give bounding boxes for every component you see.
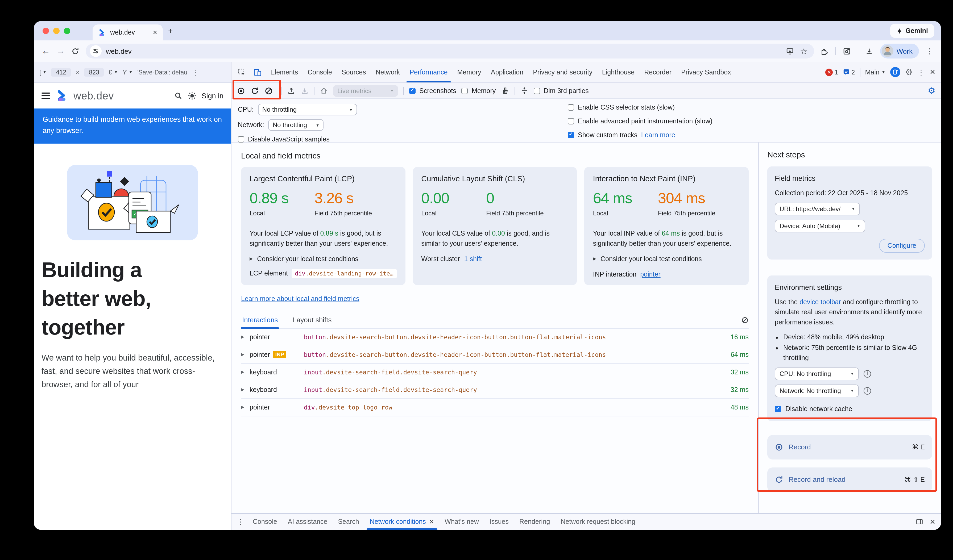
new-tab-button[interactable]: +: [168, 26, 173, 35]
tab-elements[interactable]: Elements: [265, 62, 303, 82]
interaction-row[interactable]: ▶ pointerINP button.devsite-search-butto…: [241, 346, 749, 364]
drawer-tab-whats-new[interactable]: What's new: [439, 514, 484, 530]
learn-more-metrics-link[interactable]: Learn more about local and field metrics: [241, 295, 359, 302]
tab-privacy-sandbox[interactable]: Privacy Sandbox: [676, 62, 736, 82]
interaction-row[interactable]: ▶ pointer button.devsite-search-button.d…: [241, 328, 749, 346]
css-selector-stats-checkbox[interactable]: Enable CSS selector stats (slow): [568, 104, 934, 111]
tab-memory[interactable]: Memory: [453, 62, 486, 82]
drawer-tab-issues[interactable]: Issues: [484, 514, 514, 530]
hamburger-menu-icon[interactable]: [42, 93, 50, 99]
env-network-select[interactable]: Network: No throttling▼: [775, 385, 859, 397]
row-expander-icon[interactable]: ▶: [241, 352, 250, 357]
row-expander-icon[interactable]: ▶: [241, 334, 250, 339]
tab-close-icon[interactable]: ✕: [153, 29, 157, 36]
record-and-reload-button[interactable]: Record and reload ⌘ ⇧ E: [767, 467, 932, 492]
site-search-icon[interactable]: [174, 91, 182, 100]
drawer-menu-icon[interactable]: ⋮: [237, 517, 244, 526]
tab-recorder[interactable]: Recorder: [639, 62, 676, 82]
configure-button[interactable]: Configure: [879, 239, 925, 253]
worst-cluster-link[interactable]: 1 shift: [464, 255, 482, 263]
live-metrics-dropdown[interactable]: Live metrics▼: [333, 85, 398, 96]
row-expander-icon[interactable]: ▶: [241, 405, 250, 410]
minimize-window-button[interactable]: [53, 28, 60, 34]
record-button[interactable]: Record ⌘ E: [767, 435, 932, 459]
row-expander-icon[interactable]: ▶: [241, 370, 250, 374]
site-brand[interactable]: web.dev: [73, 90, 114, 102]
device-preset-dropdown[interactable]: [▼: [39, 68, 47, 76]
devtools-settings-icon[interactable]: ⚙: [905, 68, 913, 76]
device-toolbar-link[interactable]: device toolbar: [799, 299, 841, 306]
ai-device-icon[interactable]: [890, 67, 900, 77]
tab-application[interactable]: Application: [486, 62, 528, 82]
forward-button[interactable]: →: [56, 47, 65, 55]
inspect-element-icon[interactable]: [234, 62, 250, 82]
memory-checkbox[interactable]: Memory: [462, 87, 496, 94]
gemini-button[interactable]: ✦ Gemini: [890, 24, 934, 38]
browser-menu-icon[interactable]: ⋮: [926, 47, 933, 55]
field-url-select[interactable]: URL: https://web.dev/▼: [775, 203, 860, 215]
device-toolbar-menu-icon[interactable]: ⋮: [192, 68, 200, 76]
cpu-throttling-select[interactable]: No throttling▼: [258, 104, 357, 115]
tab-console[interactable]: Console: [303, 62, 337, 82]
reload-button[interactable]: [71, 47, 79, 55]
drawer-tab-network-request-blocking[interactable]: Network request blocking: [555, 514, 641, 530]
site-settings-icon[interactable]: [90, 45, 102, 57]
drawer-tab-console[interactable]: Console: [247, 514, 282, 530]
lcp-element-chip[interactable]: div.devsite-landing-row-ite…: [292, 269, 397, 278]
url-text[interactable]: web.dev: [106, 47, 781, 55]
search-tabs-icon[interactable]: [843, 47, 851, 55]
interaction-row[interactable]: ▶ keyboard input.devsite-search-field.de…: [241, 381, 749, 399]
install-app-icon[interactable]: [785, 47, 794, 55]
devtools-close-icon[interactable]: ✕: [930, 68, 936, 76]
screenshots-checkbox[interactable]: Screenshots: [409, 87, 456, 94]
drawer-tab-search[interactable]: Search: [332, 514, 364, 530]
device-toolbar-toggle-icon[interactable]: [250, 62, 265, 82]
viewport-width-field[interactable]: 412: [51, 68, 71, 76]
dock-side-icon[interactable]: [916, 518, 923, 526]
interaction-row[interactable]: ▶ pointer div.devsite-top-logo-row 48 ms: [241, 399, 749, 416]
advanced-paint-checkbox[interactable]: Enable advanced paint instrumentation (s…: [568, 118, 934, 125]
drawer-close-icon[interactable]: ✕: [930, 518, 936, 526]
record-and-reload-icon[interactable]: [251, 87, 259, 95]
load-profile-icon[interactable]: [287, 87, 295, 95]
tab-lighthouse[interactable]: Lighthouse: [597, 62, 639, 82]
browser-tab[interactable]: web.dev ✕: [93, 25, 163, 40]
tab-performance[interactable]: Performance: [405, 62, 452, 82]
panel-settings-icon[interactable]: ⚙: [928, 87, 936, 95]
bookmark-star-icon[interactable]: ☆: [800, 46, 808, 56]
extensions-icon[interactable]: [821, 47, 829, 55]
garbage-collect-icon[interactable]: [501, 87, 509, 95]
drawer-tab-close-icon[interactable]: ✕: [429, 518, 434, 525]
disable-network-cache-checkbox[interactable]: Disable network cache: [775, 404, 925, 414]
devtools-menu-icon[interactable]: ⋮: [917, 68, 925, 76]
error-badge[interactable]: ✕ 1: [826, 68, 838, 76]
tab-layout-shifts[interactable]: Layout shifts: [292, 312, 332, 328]
learn-more-link[interactable]: Learn more: [641, 131, 675, 139]
throttle-dropdown[interactable]: ϒ▼: [123, 69, 133, 75]
drawer-tab-ai-assistance[interactable]: AI assistance: [282, 514, 333, 530]
context-selector[interactable]: Main▼: [865, 68, 885, 76]
clear-icon[interactable]: [264, 87, 273, 95]
record-icon[interactable]: [237, 87, 245, 95]
info-icon[interactable]: i: [864, 370, 871, 377]
tab-sources[interactable]: Sources: [337, 62, 371, 82]
info-icon[interactable]: i: [864, 387, 871, 394]
disable-js-samples-checkbox[interactable]: Disable JavaScript samples: [238, 136, 568, 143]
theme-toggle-icon[interactable]: [188, 91, 196, 100]
env-cpu-select[interactable]: CPU: No throttling▼: [775, 368, 859, 380]
clear-log-icon[interactable]: [741, 316, 749, 324]
interaction-row[interactable]: ▶ keyboard input.devsite-search-field.de…: [241, 364, 749, 381]
collapse-sections-icon[interactable]: [520, 87, 528, 95]
maximize-window-button[interactable]: [64, 28, 70, 34]
address-bar[interactable]: web.dev ☆: [86, 43, 814, 59]
dim-third-parties-checkbox[interactable]: Dim 3rd parties: [534, 87, 589, 94]
downloads-icon[interactable]: [865, 47, 873, 55]
home-icon[interactable]: [320, 87, 328, 95]
inp-expander[interactable]: ▶ Consider your local test conditions: [593, 255, 740, 263]
drawer-tab-network-conditions[interactable]: Network conditions ✕: [365, 514, 439, 530]
row-expander-icon[interactable]: ▶: [241, 387, 250, 392]
field-device-select[interactable]: Device: Auto (Mobile)▼: [775, 220, 865, 232]
tab-network[interactable]: Network: [371, 62, 405, 82]
tab-interactions[interactable]: Interactions: [241, 312, 279, 328]
save-profile-icon[interactable]: [301, 87, 309, 95]
